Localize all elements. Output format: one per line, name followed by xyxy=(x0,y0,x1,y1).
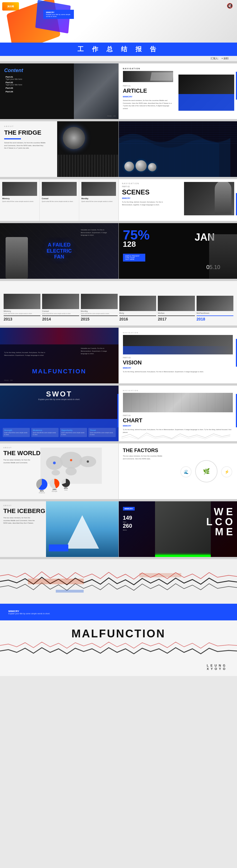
timeline-label-2015: Mordby xyxy=(81,310,118,312)
card-1-image xyxy=(2,182,37,196)
slide-title: 演示网 MIMICRY Explain your title by some s… xyxy=(0,0,237,61)
factors-diagram: 🌿 🌊 ⚡ xyxy=(181,449,231,494)
slide-chart: NAVIGATION PART-04 CHART MIMICRY Ty for … xyxy=(119,385,237,441)
slide-timeline: Mimicry Quick what fill the come simple … xyxy=(0,281,237,326)
timeline-year-2018: 2018 xyxy=(196,315,233,321)
slide-title-top: 演示网 MIMICRY Explain your title by some s… xyxy=(0,0,237,42)
final-malfunction-title: MALFUNCTION xyxy=(0,627,237,640)
chart-title: CHART xyxy=(123,417,233,424)
svg-rect-11 xyxy=(139,573,181,577)
row-world-factors: ABOUT THE WORLD The too value ministers,… xyxy=(0,443,237,499)
slide-vision: NAVIGATION PART-03 VISION MIMICRY Ty for… xyxy=(119,328,237,383)
pie-stat-3: 45% xyxy=(62,487,70,489)
card-3-text: Quick what fill the come simple words to… xyxy=(81,200,116,203)
vision-part-label: PART-03 xyxy=(123,356,233,359)
final-blue-bar: MIMICRY Explain your title by some simpl… xyxy=(0,604,237,620)
slide-article-half: NAVIGATION PART-01 ARTICLE MIMICRY Solve… xyxy=(119,63,237,119)
swot-opportunity-box: Opportunity Quick what fill the come sim… xyxy=(60,428,87,437)
card-2-text: Quick what fill the come simple words to… xyxy=(42,200,77,203)
slide-swot: SWOT Explain your title by some simple w… xyxy=(0,385,119,441)
slide-cards-half: Mimicry Quick what fill the come simple … xyxy=(0,179,119,221)
slide-world-half: ABOUT THE WORLD The too value ministers,… xyxy=(0,443,119,499)
scenes-person xyxy=(215,182,231,214)
world-pie-charts: 60% America 24% Europe 45% Asia xyxy=(36,479,70,494)
card-2: Consol Quick what fill the come simple w… xyxy=(40,179,79,221)
slide-dark-shapes xyxy=(119,121,237,177)
swot-threat-box: Threat Quick what fill the come simple w… xyxy=(88,428,115,437)
fan-person xyxy=(6,237,28,279)
swot-threat-title: Threat xyxy=(90,429,114,431)
row-cards-scenes: Mimicry Quick what fill the come simple … xyxy=(0,179,237,221)
swot-boxes: Strength Quick what fill the come simple… xyxy=(3,428,116,437)
swot-weakness-text: Quick what fill the come simple words to… xyxy=(33,432,57,436)
slide-factors: THE FACTORS The too value ministers, for… xyxy=(119,443,237,499)
timeline-desc-2013: Quick what fill the come simple words to… xyxy=(4,313,41,315)
slide-scenes-half: NAVIGATION PART-02 SCENES MIMICRY Ty for… xyxy=(119,179,237,221)
timeline: Mimicry Quick what fill the come simple … xyxy=(0,281,237,326)
final-mimicry: MIMICRY xyxy=(8,610,50,613)
slide-fridge-half: ABOUT THE FRIDGE Solved the word ministe… xyxy=(0,121,119,177)
slide-three-cards: Mimicry Quick what fill the come simple … xyxy=(0,179,119,221)
timeline-year-2016: 2016 xyxy=(119,315,156,321)
timeline-img-2016 xyxy=(119,296,156,311)
malfunction-title: MALFUNCTION xyxy=(32,368,86,375)
card-3: Mordby Quick what fill the come simple w… xyxy=(79,179,119,221)
article-right-image xyxy=(179,74,234,111)
slide-welcome-half: MIMICRY 149 days 260 items W E L C O M E xyxy=(119,501,237,557)
row-content-article: Content Part.01 Type your title here Par… xyxy=(0,63,237,119)
slide-stats-half: 75% 128 JAN 05.10 SIMPLE PRESENT TYPE YO… xyxy=(119,223,237,279)
timeline-label-2016: Bixty xyxy=(119,312,156,314)
fridge-blue-bar xyxy=(4,138,21,140)
welcome-num-1: 149 xyxy=(123,515,151,521)
swot-threat-text: Quick what fill the come simple words to… xyxy=(90,432,114,436)
factors-node-right-icon: ⚡ xyxy=(225,470,229,474)
svg-point-6 xyxy=(53,462,56,464)
malfunction-text-left: Ty for the thing, behind, focused. And p… xyxy=(4,351,46,356)
world-text: The too value ministers, for from the co… xyxy=(3,459,37,464)
pie-chart-3 xyxy=(62,479,70,487)
title-bar: 工 作 总 结 报 告 xyxy=(0,42,237,56)
welcome-num-2-label: items xyxy=(123,529,151,531)
timeline-label-2013: Mimicry xyxy=(4,310,41,312)
welcome-me: M E xyxy=(206,527,233,537)
swot-opportunity-title: Opportunity xyxy=(61,429,86,431)
svg-point-4 xyxy=(65,467,77,475)
final-bottom-svg xyxy=(0,640,237,657)
welcome-left: MIMICRY 149 days 260 items xyxy=(123,505,151,531)
fridge-text: Solved the word ministers, for from the … xyxy=(4,142,46,150)
pie-chart-2 xyxy=(50,479,59,489)
ball-2 xyxy=(135,160,147,172)
welcome-we: W E xyxy=(206,507,233,517)
timeline-img-2013 xyxy=(4,294,41,309)
welcome-image xyxy=(155,501,211,557)
slide-world: ABOUT THE WORLD The too value ministers,… xyxy=(0,443,119,499)
slide-iceberg: ABOUT THE ICEBERG The too value minister… xyxy=(0,501,119,557)
vision-mimicry: MIMICRY xyxy=(123,367,233,369)
row-fan-stats: A FAILEDELECTRICFAN Valuable are 3 words… xyxy=(0,223,237,279)
card-2-title: Consol xyxy=(42,197,77,199)
timeline-year-2013: 2013 xyxy=(4,315,41,321)
slide-welcome: MIMICRY 149 days 260 items W E L C O M E xyxy=(119,501,237,557)
slide-fan-half: A FAILEDELECTRICFAN Valuable are 3 words… xyxy=(0,223,119,279)
timeline-img-2014 xyxy=(42,294,79,309)
vision-title: VISION xyxy=(123,360,233,366)
timeline-label-2017: WoSan xyxy=(158,312,194,314)
swot-strength-title: Strength xyxy=(4,429,28,431)
swot-title: SWOT xyxy=(38,390,80,398)
article-top-image xyxy=(123,71,173,82)
scenes-text: Ty for the thing, behind, focused. And p… xyxy=(122,201,167,206)
row-iceberg-welcome: ABOUT THE ICEBERG The too value minister… xyxy=(0,501,237,557)
slide-dark-half xyxy=(119,121,237,177)
pie-stat-1: 60% xyxy=(36,490,47,492)
svg-point-7 xyxy=(70,459,72,461)
main-title: 工 作 总 结 报 告 xyxy=(78,45,160,54)
chart-wave xyxy=(122,432,230,440)
fridge-image xyxy=(57,121,119,177)
svg-rect-12 xyxy=(56,590,84,593)
card-3-image xyxy=(81,182,116,196)
logo: 演示网 xyxy=(2,2,19,10)
final-credit-1: L E U N G xyxy=(207,664,226,667)
slide-chart-half: NAVIGATION PART-04 CHART MIMICRY Ty for … xyxy=(119,385,237,441)
ball-1 xyxy=(124,162,134,172)
slide-malfunction-half: Ty for the thing, behind, focused. And p… xyxy=(0,328,119,383)
